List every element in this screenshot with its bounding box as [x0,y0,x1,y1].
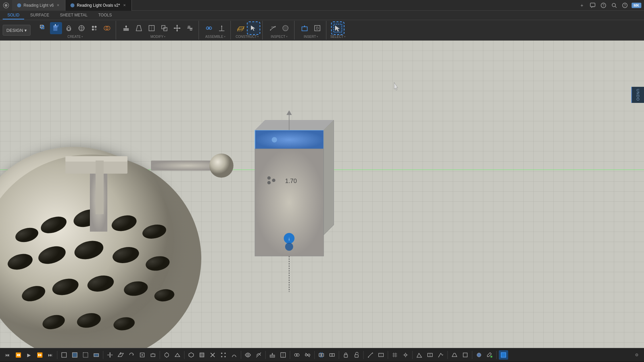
svg-marker-30 [125,25,127,27]
svg-text:↓: ↓ [288,236,290,241]
tab-close-1[interactable]: ✕ [56,3,60,8]
select-group-inner: SELECT ▾ [330,22,345,39]
play-btn[interactable]: ▶ [24,350,34,360]
section-analysis-btn[interactable] [279,22,291,34]
align-btn[interactable] [184,22,196,34]
vertex-mode-btn[interactable] [219,350,228,360]
svg-line-8 [615,6,616,8]
select-btn[interactable] [332,22,344,34]
mesh-mode-btn[interactable] [186,350,196,360]
bend-btn[interactable] [229,350,239,360]
visibility-btn[interactable] [254,350,263,360]
skip-back-btn[interactable]: ⏮ [3,350,12,360]
inspect-group-label[interactable]: INSPECT ▾ [271,35,287,39]
settings-button[interactable]: ⚙ [632,350,641,360]
joint-origin-btn[interactable] [216,22,228,34]
skip-forward-btn[interactable]: ⏭ [46,350,55,360]
measure-btn[interactable]: mm [267,22,279,34]
unlock-btn[interactable] [352,350,361,360]
ungroup-btn[interactable] [327,350,337,360]
new-component-btn[interactable] [37,22,49,34]
split-bottom-btn[interactable] [278,350,288,360]
decal-btn[interactable]: D [311,22,323,34]
revolve-btn[interactable] [63,22,75,34]
select-rect-btn[interactable] [59,350,69,360]
assemble-group-label[interactable]: ASSEMBLE ▾ [205,35,225,39]
assemble-label-text: ASSEMBLE [205,35,223,39]
view-f-btn[interactable] [425,350,435,360]
tab-close-2[interactable]: ✕ [122,3,127,8]
chat-icon[interactable] [589,1,597,9]
active-tool-btn[interactable] [499,350,508,360]
view-r-btn[interactable] [436,350,445,360]
insert-mesh-btn[interactable] [299,22,311,34]
view-l-btn[interactable] [415,350,424,360]
tab-tools[interactable]: TOOLS [94,11,116,19]
select-group-label[interactable]: SELECT ▾ [330,35,345,39]
design-dropdown[interactable]: DESIGN ▾ [3,25,31,36]
extrude-btn[interactable] [50,22,62,34]
create-group-label[interactable]: CREATE ▾ [67,35,83,39]
group-btn[interactable] [317,350,326,360]
move-plane-btn[interactable] [116,350,125,360]
tab-surface[interactable]: SURFACE [25,11,54,19]
modify-group-label[interactable]: MODIFY ▾ [150,35,165,39]
svg-text:?: ? [602,4,604,7]
joint-btn[interactable] [203,22,215,34]
face-mode-btn[interactable] [197,350,207,360]
svg-point-21 [79,27,84,29]
scale-btn[interactable] [138,350,147,360]
ortho-btn[interactable] [461,350,470,360]
section-bottom-btn[interactable] [376,350,386,360]
split-face-btn[interactable] [146,22,158,34]
paint-btn[interactable] [485,350,494,360]
combine-btn[interactable] [101,22,113,34]
grid-btn[interactable] [390,350,399,360]
perspective-btn[interactable] [450,350,459,360]
taper-btn[interactable] [133,22,145,34]
viewport[interactable]: 1.70 ↓ UNDO [0,41,644,348]
lock-btn[interactable] [341,350,351,360]
next-frame-btn[interactable]: ⏩ [35,350,44,360]
insert-group-label[interactable]: INSERT ▾ [304,35,318,39]
free-move-btn[interactable] [162,350,171,360]
search-icon[interactable] [610,1,618,9]
scale-edge-btn[interactable] [148,350,158,360]
offset-plane-btn[interactable] [235,22,247,34]
move-btn[interactable] [171,22,183,34]
svg-point-161 [477,353,481,357]
help-icon[interactable]: ? [599,1,607,9]
question-icon[interactable]: ? [621,1,629,9]
combine-modify-btn[interactable] [158,22,170,34]
inspect-label-text: INSPECT [271,35,285,39]
svg-rect-100 [62,353,66,357]
tab-reading-light-ovals[interactable]: Reading Light Ovals v2* ✕ [65,0,132,11]
tab-solid[interactable]: SOLID [3,11,24,19]
unweld-btn[interactable] [303,350,312,360]
user-badge[interactable]: MK [632,3,641,8]
select-edge-btn[interactable] [81,350,90,360]
add-tab-button[interactable]: + [578,1,586,9]
tab-sheet-metal[interactable]: SHEET METAL [55,11,92,19]
weld-btn[interactable] [292,350,302,360]
sphere-bottom-btn[interactable] [474,350,484,360]
move-3d-btn[interactable] [105,350,115,360]
push-pull-bottom-btn[interactable] [268,350,277,360]
sphere-btn[interactable] [75,22,88,34]
construct-group-label[interactable]: CONSTRUCT ▾ [235,35,259,39]
svg-text:1.70: 1.70 [285,178,297,184]
hide-show-btn[interactable] [243,350,253,360]
select-construct-btn[interactable] [248,22,260,34]
pattern-btn[interactable] [88,22,100,34]
tab-reading-light[interactable]: Reading Light v6 ✕ [12,0,65,11]
svg-rect-163 [501,353,506,357]
select-face-btn[interactable] [70,350,79,360]
select-vertex-btn[interactable] [92,350,101,360]
constrained-move-btn[interactable] [173,350,182,360]
prev-frame-btn[interactable]: ⏪ [13,350,23,360]
press-pull-btn[interactable] [120,22,132,34]
snap-btn[interactable] [401,350,410,360]
edge-mode-btn[interactable] [208,350,217,360]
measure-bottom-btn[interactable] [366,350,375,360]
rotate-btn[interactable] [127,350,136,360]
